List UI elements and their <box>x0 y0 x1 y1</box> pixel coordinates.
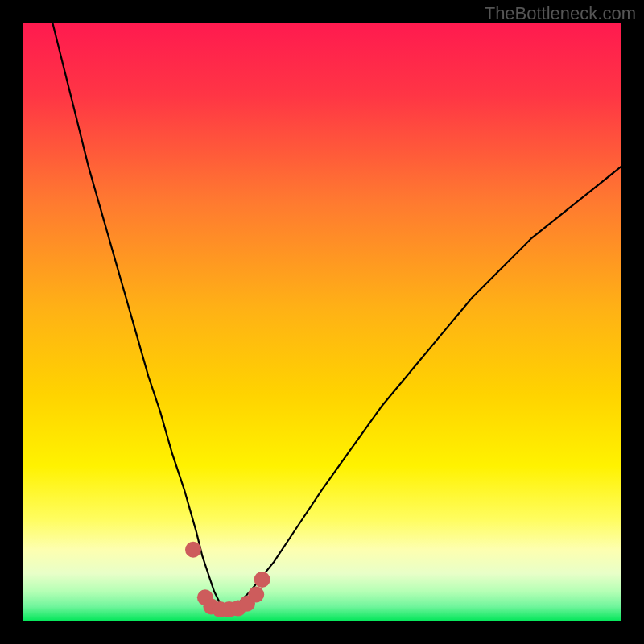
marker-dot <box>248 587 264 603</box>
marker-dot <box>185 542 201 558</box>
chart-svg <box>23 23 621 621</box>
gradient-background <box>23 23 621 621</box>
plot-area <box>23 23 621 621</box>
watermark-text: TheBottleneck.com <box>485 3 636 24</box>
marker-dot <box>254 572 270 588</box>
chart-container: TheBottleneck.com <box>0 0 644 644</box>
